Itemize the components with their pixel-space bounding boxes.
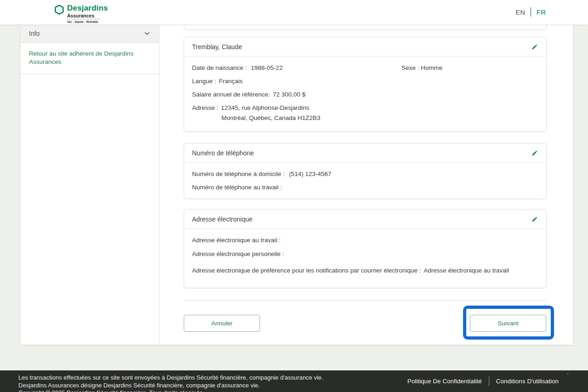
birth-value: 1988-05-22 [251,64,283,71]
email-card-body: Adresse électronique au travail : Adress… [184,229,546,281]
desjardins-hexagon-icon [54,5,64,15]
phone-card-body: Numéro de téléphone à domicile :(514) 12… [184,163,546,198]
person-card-header: Tremblay, Claude [184,37,546,57]
content-panel: Info Retour au site adhérent de Desjardi… [21,25,573,345]
phone-card-header: Numéro de téléphone [184,143,546,163]
language-row: Langue :Français [192,78,538,85]
sidebar: Info Retour au site adhérent de Desjardi… [21,25,159,345]
pencil-icon [531,44,538,50]
sex-label: Sexe : [401,64,419,71]
back-link-row: Retour au site adhérent de Desjardins As… [21,43,159,74]
email-work-label: Adresse électronique au travail : [192,237,281,244]
sex-value: Homme [421,64,442,71]
email-personal-label: Adresse électronique personelle : [192,250,284,257]
address-line2: Montréal, Québec, Canada H1Z2B3 [192,114,538,122]
address-label: Adresse : [192,104,218,111]
sidebar-item-info[interactable]: Info [21,25,159,43]
main-content: Tremblay, Claude Date de naissance :1988… [160,25,573,345]
email-card-header: Adresse électronique [184,210,546,229]
top-header: Desjardins Assurances Vie - Santé - Retr… [0,0,588,25]
edit-email-button[interactable] [530,214,540,224]
language-value: Français [219,78,243,85]
back-to-member-site-link[interactable]: Retour au site adhérent de Desjardins As… [29,50,151,66]
phone-home-value: (514) 123-4567 [289,170,331,177]
privacy-policy-link[interactable]: Politique De Confidentialité [407,378,482,385]
phone-card-title: Numéro de téléphone [192,149,254,157]
info-label: Info [29,30,40,37]
phone-work-label: Numéro de téléphone au travail : [192,184,282,191]
edit-phone-button[interactable] [530,148,540,158]
lang-divider [531,7,531,17]
person-info-card: Tremblay, Claude Date de naissance :1988… [184,37,547,132]
birth-row: Date de naissance :1988-05-22 Sexe : Hom… [192,64,538,72]
brand-tagline: Vie - Santé - Retraite [67,20,108,24]
cancel-button[interactable]: Annuler [184,315,260,332]
logo-text: Desjardins Assurances Vie - Santé - Retr… [67,4,108,24]
email-preference-row: Adresse électronique de préférence pour … [192,267,538,274]
footer-legal-text: Les transactions effectuées sur ce site … [18,374,323,392]
actions-divider [184,300,547,301]
chevron-down-icon [143,30,151,37]
edit-person-button[interactable] [530,42,540,52]
brand-subtitle: Assurances [67,13,100,18]
desjardins-logo: Desjardins Assurances Vie - Santé - Retr… [54,4,108,24]
page: Desjardins Assurances Vie - Santé - Retr… [0,0,588,392]
lang-en-button[interactable]: EN [515,8,525,16]
email-card-title: Adresse électronique [192,216,253,223]
language-switcher: EN FR [515,7,546,17]
lang-fr-button[interactable]: FR [537,8,546,16]
sex-row: Sexe : Homme [401,64,442,72]
email-preference-value: Adresse électronique au travail [424,267,509,274]
address-row: Adresse :12345, rue Alphonse-Desjardins … [192,104,538,122]
email-personal-row: Adresse électronique personelle : [192,250,538,258]
footer-links: Politique De Confidentialité Conditions … [407,376,559,386]
address-line1: 12345, rue Alphonse-Desjardins [221,104,309,111]
email-preference-label: Adresse électronique de préférence pour … [192,267,421,274]
phone-home-label: Numéro de téléphone à domicile : [192,170,285,177]
phone-work-row: Numéro de téléphone au travail : [192,184,538,191]
birth-label: Date de naissance : [192,64,247,71]
person-card-body: Date de naissance :1988-05-22 Sexe : Hom… [184,57,546,129]
footer-line-3: Copyright © 2025 Desjardins Sécurité fin… [18,389,323,392]
footer-line-1: Les transactions effectuées sur ce site … [18,374,323,382]
pencil-icon [531,150,538,156]
language-label: Langue : [192,78,216,85]
person-card-title: Tremblay, Claude [192,43,242,51]
terms-of-use-link[interactable]: Conditions D'utilisation [496,378,559,385]
footer-line-2: Desjardins Assurances désigne Desjardins… [18,382,323,390]
salary-value: 72 300,00 $ [273,91,305,98]
next-button[interactable]: Suivant [470,315,546,332]
footer: Les transactions effectuées sur ce site … [0,370,588,392]
email-card: Adresse électronique Adresse électroniqu… [184,209,547,288]
stray-mark: ' [567,372,568,378]
footer-links-divider [489,376,489,386]
phone-card: Numéro de téléphone Numéro de téléphone … [184,143,547,199]
pencil-icon [531,216,538,222]
brand-name: Desjardins [67,4,108,13]
phone-home-row: Numéro de téléphone à domicile :(514) 12… [192,170,538,178]
email-work-row: Adresse électronique au travail : [192,237,538,244]
salary-label: Salaire annuel de référence: [192,91,270,98]
salary-row: Salaire annuel de référence:72 300,00 $ [192,91,538,98]
brand-subtitle-wrap: Assurances [67,13,100,19]
